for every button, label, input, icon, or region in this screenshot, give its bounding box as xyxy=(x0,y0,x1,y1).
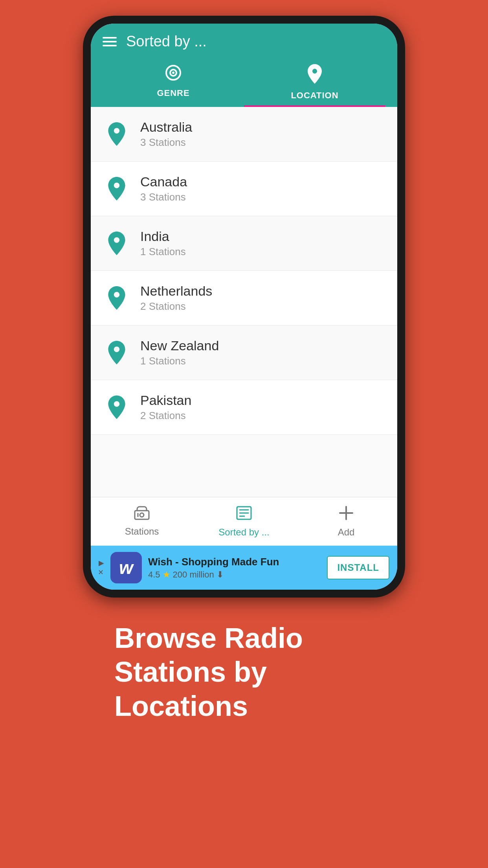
location-info-australia: Australia 3 Stations xyxy=(140,120,192,149)
tabs: GENRE LOCATION xyxy=(103,58,385,107)
location-info-netherlands: Netherlands 2 Stations xyxy=(140,283,212,313)
ad-banner: ▶ ✕ w Wish - Shopping Made Fun 4.5 ★ 200… xyxy=(91,546,397,590)
nav-label-stations: Stations xyxy=(125,526,159,537)
svg-point-2 xyxy=(172,72,174,74)
genre-tab-label: GENRE xyxy=(157,88,189,98)
location-info-newzealand: New Zealand 1 Stations xyxy=(140,338,219,367)
svg-point-4 xyxy=(140,513,144,517)
list-item[interactable]: New Zealand 1 Stations xyxy=(91,326,397,380)
ad-install-button[interactable]: INSTALL xyxy=(327,556,389,579)
location-stations: 1 Stations xyxy=(140,246,186,258)
location-stations: 3 Stations xyxy=(140,136,192,149)
ad-downloads: 200 million xyxy=(173,570,214,580)
footer-heading: Browse Radio Stations by Locations xyxy=(114,621,374,723)
nav-label-sorted-by: Sorted by ... xyxy=(218,527,269,538)
star-icon: ★ xyxy=(163,570,171,580)
ad-rating-value: 4.5 xyxy=(148,570,160,580)
hamburger-icon[interactable] xyxy=(103,37,117,46)
add-icon xyxy=(338,505,354,524)
list-item[interactable]: Netherlands 2 Stations xyxy=(91,271,397,326)
location-info-india: India 1 Stations xyxy=(140,229,186,258)
location-name: Netherlands xyxy=(140,283,212,299)
phone-container: Sorted by ... GENRE xyxy=(83,0,405,723)
ad-rating: 4.5 ★ 200 million ⬇ xyxy=(148,570,321,580)
genre-icon xyxy=(165,64,182,85)
list-item[interactable]: Pakistan 2 Stations xyxy=(91,380,397,435)
pin-icon-australia xyxy=(105,122,128,146)
ad-title: Wish - Shopping Made Fun xyxy=(148,556,321,568)
top-bar: Sorted by ... GENRE xyxy=(91,24,397,107)
ad-close-button[interactable]: ▶ ✕ xyxy=(99,559,104,577)
list-item[interactable]: India 1 Stations xyxy=(91,216,397,271)
location-info-canada: Canada 3 Stations xyxy=(140,174,187,203)
sorted-by-icon xyxy=(236,505,252,524)
nav-item-sorted-by[interactable]: Sorted by ... xyxy=(193,505,295,538)
list-item[interactable]: Australia 3 Stations xyxy=(91,107,397,162)
location-name: Pakistan xyxy=(140,393,191,408)
nav-item-stations[interactable]: Stations xyxy=(91,506,193,537)
location-name: India xyxy=(140,229,186,244)
location-icon xyxy=(308,64,322,87)
location-tab-label: LOCATION xyxy=(291,90,338,101)
location-info-pakistan: Pakistan 2 Stations xyxy=(140,393,191,422)
pin-icon-canada xyxy=(105,177,128,200)
ad-logo: w xyxy=(110,552,142,583)
footer-text-container: Browse Radio Stations by Locations xyxy=(83,621,405,723)
location-stations: 1 Stations xyxy=(140,355,219,367)
pin-icon-india xyxy=(105,232,128,255)
phone-screen: Sorted by ... GENRE xyxy=(91,24,397,590)
location-name: New Zealand xyxy=(140,338,219,353)
location-stations: 2 Stations xyxy=(140,300,212,313)
ad-info: Wish - Shopping Made Fun 4.5 ★ 200 milli… xyxy=(148,556,321,580)
list-item[interactable]: Canada 3 Stations xyxy=(91,162,397,216)
stations-icon xyxy=(134,506,150,524)
download-icon: ⬇ xyxy=(216,570,224,580)
top-bar-header: Sorted by ... xyxy=(103,33,385,50)
pin-icon-netherlands xyxy=(105,286,128,310)
nav-label-add: Add xyxy=(338,527,355,538)
location-list: Australia 3 Stations Canada 3 Stations xyxy=(91,107,397,497)
bottom-nav: Stations Sorted by ... xyxy=(91,497,397,546)
nav-item-add[interactable]: Add xyxy=(295,505,397,538)
tab-location[interactable]: LOCATION xyxy=(244,58,385,107)
svg-rect-3 xyxy=(135,511,149,519)
phone-frame: Sorted by ... GENRE xyxy=(83,16,405,598)
location-stations: 2 Stations xyxy=(140,410,191,422)
location-name: Australia xyxy=(140,120,192,135)
page-title: Sorted by ... xyxy=(126,33,207,50)
pin-icon-pakistan xyxy=(105,395,128,419)
location-name: Canada xyxy=(140,174,187,189)
pin-icon-newzealand xyxy=(105,341,128,364)
tab-genre[interactable]: GENRE xyxy=(103,58,244,107)
location-stations: 3 Stations xyxy=(140,191,187,203)
